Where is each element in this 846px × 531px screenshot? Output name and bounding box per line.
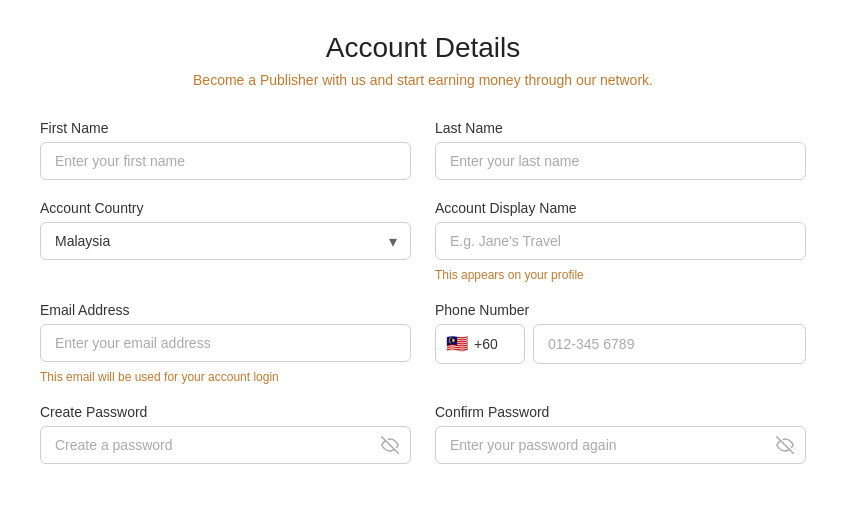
confirm-password-toggle-icon[interactable] (776, 436, 794, 454)
email-input[interactable] (40, 324, 411, 362)
confirm-password-wrapper (435, 426, 806, 464)
last-name-input[interactable] (435, 142, 806, 180)
account-form: First Name Last Name Account Country Mal… (40, 120, 806, 464)
display-name-helper: This appears on your profile (435, 268, 806, 282)
country-select[interactable]: Malaysia Singapore Indonesia Thailand Ph… (40, 222, 411, 260)
last-name-label: Last Name (435, 120, 806, 136)
country-select-wrapper: Malaysia Singapore Indonesia Thailand Ph… (40, 222, 411, 260)
email-label: Email Address (40, 302, 411, 318)
phone-label: Phone Number (435, 302, 806, 318)
phone-code-select[interactable]: +60 +65 +62 +66 +63 (474, 336, 514, 352)
display-name-group: Account Display Name This appears on you… (435, 200, 806, 282)
password-toggle-icon[interactable] (381, 436, 399, 454)
page-container: Account Details Become a Publisher with … (0, 0, 846, 504)
phone-code-wrapper[interactable]: 🇲🇾 +60 +65 +62 +66 +63 (435, 324, 525, 364)
password-input[interactable] (40, 426, 411, 464)
confirm-password-input[interactable] (435, 426, 806, 464)
display-name-input[interactable] (435, 222, 806, 260)
account-country-label: Account Country (40, 200, 411, 216)
phone-number-input[interactable] (533, 324, 806, 364)
confirm-password-group: Confirm Password (435, 404, 806, 464)
phone-group: Phone Number 🇲🇾 +60 +65 +62 +66 +63 (435, 302, 806, 384)
first-name-label: First Name (40, 120, 411, 136)
header: Account Details Become a Publisher with … (40, 32, 806, 88)
page-title: Account Details (40, 32, 806, 64)
password-wrapper (40, 426, 411, 464)
email-group: Email Address This email will be used fo… (40, 302, 411, 384)
first-name-input[interactable] (40, 142, 411, 180)
first-name-group: First Name (40, 120, 411, 180)
phone-input-group: 🇲🇾 +60 +65 +62 +66 +63 (435, 324, 806, 364)
account-country-group: Account Country Malaysia Singapore Indon… (40, 200, 411, 282)
display-name-label: Account Display Name (435, 200, 806, 216)
malaysia-flag-icon: 🇲🇾 (446, 335, 468, 353)
page-subtitle: Become a Publisher with us and start ear… (40, 72, 806, 88)
confirm-password-label: Confirm Password (435, 404, 806, 420)
password-label: Create Password (40, 404, 411, 420)
email-helper: This email will be used for your account… (40, 370, 411, 384)
password-group: Create Password (40, 404, 411, 464)
last-name-group: Last Name (435, 120, 806, 180)
